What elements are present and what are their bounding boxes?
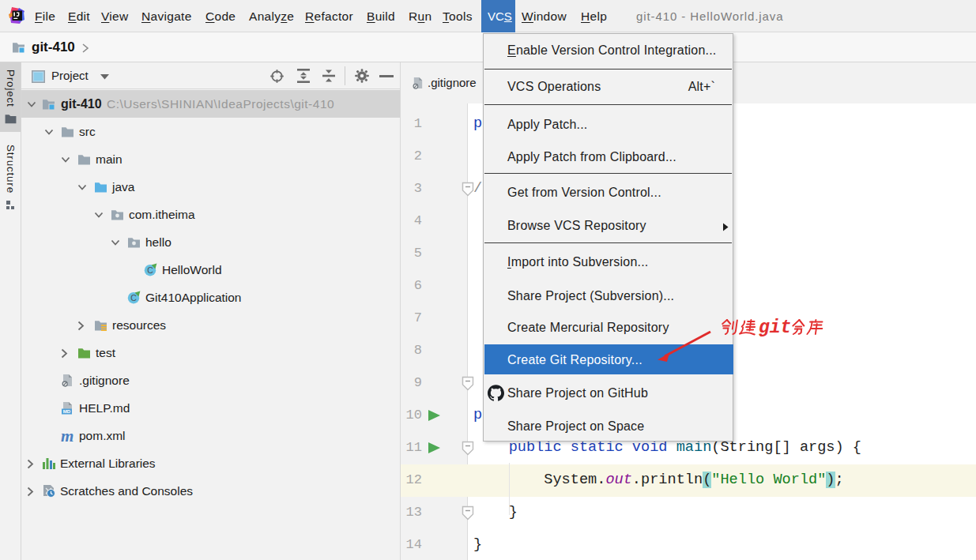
- svg-text:C: C: [147, 265, 153, 275]
- svg-text:C: C: [130, 293, 137, 303]
- svg-text:MD: MD: [63, 408, 71, 414]
- svg-text:git: git: [759, 318, 791, 338]
